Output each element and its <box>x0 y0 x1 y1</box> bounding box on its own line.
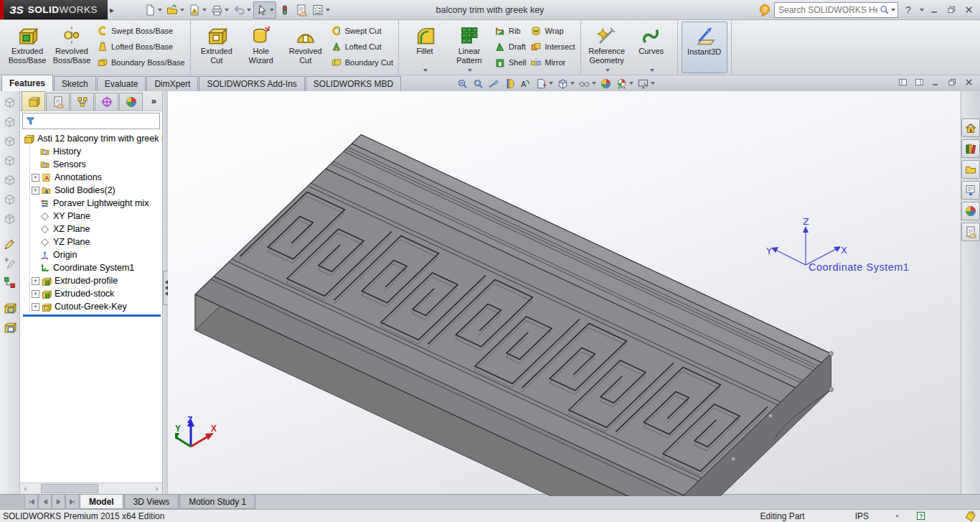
help-search-box[interactable] <box>774 2 898 18</box>
linear-pattern-button[interactable]: LinearPattern <box>447 22 491 73</box>
restore-icon[interactable] <box>944 4 958 17</box>
tree-item-extruded-stock[interactable]: +Extruded-stock <box>32 287 162 300</box>
revolved-cut-button[interactable]: RevolvedCut <box>283 22 328 73</box>
propertymanager-tab[interactable] <box>46 93 70 111</box>
tree-item-xz-plane[interactable]: XZ Plane <box>32 223 162 236</box>
first-view-button[interactable] <box>24 495 38 509</box>
wrap-button[interactable]: Wrap <box>530 25 575 37</box>
pane-right-button[interactable] <box>914 77 925 90</box>
reference-geometry-button[interactable]: ReferenceGeometry <box>585 22 629 73</box>
extruded-cut-button[interactable]: ExtrudedCut <box>194 22 239 73</box>
custom-properties-button[interactable] <box>961 223 980 241</box>
view-bottom-button[interactable] <box>3 192 17 208</box>
dropdown-caret[interactable] <box>606 69 610 72</box>
tree-item-xy-plane[interactable]: XY Plane <box>32 210 162 223</box>
dynamic-annotation-button[interactable]: A <box>519 76 532 90</box>
next-frame-button[interactable] <box>52 495 65 509</box>
dropdown-caret[interactable] <box>158 9 162 11</box>
apply-scene-button[interactable] <box>615 76 634 90</box>
view-isometric-button[interactable] <box>3 212 17 228</box>
lofted-boss-base-button[interactable]: Lofted Boss/Base <box>97 41 185 52</box>
tab-solidworks-add-ins[interactable]: SOLIDWORKS Add-Ins <box>199 76 304 91</box>
tree-horizontal-scrollbar[interactable]: ‹ › <box>20 483 162 494</box>
dropdown-caret[interactable] <box>650 69 654 72</box>
tree-item-sensors[interactable]: Sensors <box>32 158 162 171</box>
tree-item-coordinate-system1[interactable]: Coordinate System1 <box>32 261 162 274</box>
make-drawing-button[interactable] <box>187 2 208 18</box>
dropdown-caret[interactable] <box>592 82 596 85</box>
help-icon[interactable]: ? <box>901 4 915 17</box>
search-dropdown-caret[interactable] <box>891 9 895 11</box>
view-settings-button[interactable] <box>636 76 656 90</box>
view-right-button[interactable] <box>3 154 17 169</box>
shell-button[interactable]: Shell <box>494 57 526 68</box>
feature-tree-filter[interactable] <box>22 113 160 129</box>
tab-dimxpert[interactable]: DimXpert <box>146 76 198 91</box>
dropdown-caret[interactable] <box>326 9 330 11</box>
view-orientation-button[interactable] <box>556 76 575 90</box>
last-view-button[interactable] <box>65 495 79 509</box>
dropdown-caret[interactable] <box>202 9 207 11</box>
dropdown-caret[interactable] <box>629 82 633 85</box>
expand-box[interactable]: + <box>32 290 39 298</box>
dropdown-caret[interactable] <box>549 82 553 85</box>
fillet-button[interactable]: Fillet <box>402 22 447 73</box>
section-view-button[interactable] <box>503 76 517 90</box>
units-caret-icon[interactable] <box>893 512 901 520</box>
view-left-button[interactable] <box>3 134 17 150</box>
logo-flyout-arrow[interactable]: ▸ <box>108 0 116 19</box>
bottom-tab-model[interactable]: Model <box>80 495 123 509</box>
previous-frame-button[interactable] <box>38 495 52 509</box>
displaymanager-tab[interactable] <box>119 93 143 111</box>
instant3d-button[interactable]: Instant3D <box>682 22 727 73</box>
minimize-doc-button[interactable] <box>930 77 941 90</box>
scroll-left-arrow[interactable]: ‹ <box>20 484 31 493</box>
previous-view-button[interactable] <box>487 76 501 90</box>
file-explorer-button[interactable] <box>961 160 980 179</box>
sketch-add-button[interactable] <box>3 256 17 272</box>
undo-button[interactable] <box>231 2 253 18</box>
scroll-right-arrow[interactable]: › <box>151 484 162 493</box>
feature-extrude-cut-button[interactable] <box>3 320 17 336</box>
appearance-sheet-button[interactable] <box>293 2 309 18</box>
feature-extrude-button[interactable] <box>3 301 17 317</box>
tree-item-yz-plane[interactable]: YZ Plane <box>32 236 162 248</box>
dropdown-caret[interactable] <box>247 9 251 11</box>
units-label[interactable]: IPS <box>855 511 869 521</box>
boundary-boss-base-button[interactable]: Boundary Boss/Base <box>97 57 185 68</box>
route-line-button[interactable] <box>3 276 17 292</box>
annotation-sheet-button[interactable] <box>534 76 554 90</box>
swept-cut-button[interactable]: Swept Cut <box>331 25 393 37</box>
draft-button[interactable]: Draft <box>494 41 526 52</box>
resources-home-button[interactable] <box>961 118 980 137</box>
design-library-button[interactable] <box>961 139 980 158</box>
select-cursor-button[interactable] <box>253 1 276 19</box>
options-list-button[interactable] <box>310 2 331 18</box>
appearances-ball-button[interactable] <box>961 202 980 220</box>
dropdown-caret[interactable] <box>270 9 274 11</box>
help-bubble-icon[interactable]: ? <box>758 4 771 17</box>
dropdown-caret[interactable] <box>225 9 229 11</box>
close-icon[interactable] <box>961 4 976 17</box>
expand-box[interactable]: + <box>32 277 39 285</box>
graphics-viewport[interactable]: Z X Y Coordinate System1 Z X Y <box>168 91 961 494</box>
open-button[interactable] <box>164 2 186 18</box>
hole-wizard-button[interactable]: HoleWizard <box>239 22 283 73</box>
tab-solidworks-mbd[interactable]: SOLIDWORKS MBD <box>306 76 401 91</box>
minimize-icon[interactable] <box>927 4 941 17</box>
dimxpertmanager-tab[interactable] <box>95 93 118 111</box>
featuremanager-tab[interactable] <box>22 91 45 111</box>
expand-box[interactable]: + <box>32 174 39 182</box>
dropdown-caret[interactable] <box>468 69 472 72</box>
dropdown-caret[interactable] <box>180 9 184 11</box>
search-input[interactable] <box>777 4 879 16</box>
tab-features[interactable]: Features <box>1 75 53 91</box>
tree-item-poraver-lightweight-mix[interactable]: Poraver Lightweight mix <box>32 197 162 210</box>
selection-filter-button[interactable] <box>277 2 293 18</box>
edit-appearance-button[interactable] <box>599 76 613 90</box>
mirror-button[interactable]: Mirror <box>530 57 575 68</box>
swept-boss-base-button[interactable]: Swept Boss/Base <box>97 25 185 37</box>
tree-item-solid-bodies-2-[interactable]: +Solid Bodies(2) <box>32 184 162 197</box>
tree-root-item[interactable]: Asti 12 balcony trim with greek k <box>23 132 162 145</box>
revolved-bossbase-button[interactable]: RevolvedBoss/Base <box>50 22 94 73</box>
